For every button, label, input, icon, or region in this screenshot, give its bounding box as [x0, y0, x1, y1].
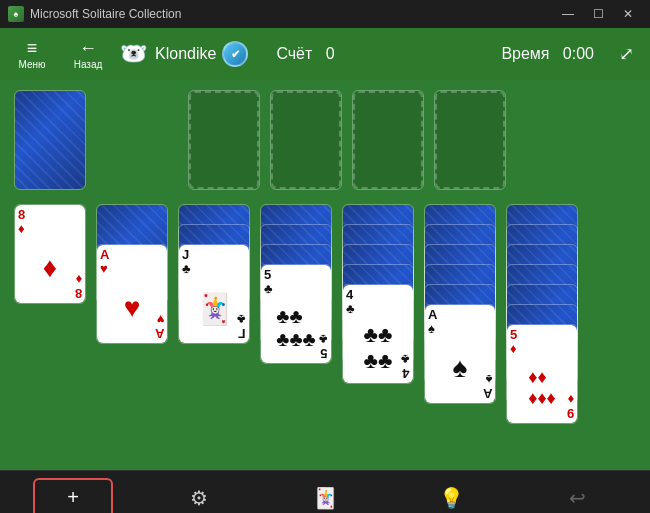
undo-icon: ↩ — [569, 486, 586, 510]
topbar: ≡ Меню ← Назад 🐻‍❄️ Klondike ✔ Счёт 0 Вр… — [0, 28, 650, 80]
time-display: Время 0:00 — [501, 45, 594, 63]
time-label: Время — [501, 45, 549, 62]
toolbar: + Новая игра ⚙ Параметры 🃏 Карты 💡 Подск… — [0, 470, 650, 513]
time-value: 0:00 — [563, 45, 594, 62]
minimize-button[interactable]: — — [554, 3, 582, 25]
back-icon: ← — [79, 38, 97, 60]
card-5d[interactable]: 5♦ ♦♦♦♦♦ 9♦ — [506, 324, 578, 424]
menu-label: Меню — [18, 59, 45, 70]
app-icon: ♠ — [8, 6, 24, 22]
score-display: Счёт 0 — [276, 45, 334, 63]
undo-button[interactable]: ↩ Отмена — [537, 480, 617, 514]
settings-icon: ⚙ — [190, 486, 208, 510]
tableau-col-6: A♠ ♠ A♠ — [424, 204, 496, 424]
game-logo-icon: 🐻‍❄️ — [120, 41, 147, 67]
close-button[interactable]: ✕ — [614, 3, 642, 25]
hamburger-icon: ≡ — [27, 38, 38, 60]
tableau-col-5: 4♣ ♣♣♣♣ 4♣ — [342, 204, 414, 424]
foundation-3[interactable] — [352, 90, 424, 190]
tableau-col-7: 5♦ ♦♦♦♦♦ 9♦ — [506, 204, 578, 424]
game-name-area: Klondike ✔ — [155, 41, 248, 67]
card-8d[interactable]: 8♦ ♦ 8♦ — [14, 204, 86, 304]
expand-button[interactable]: ⤢ — [610, 38, 642, 70]
card-4c[interactable]: 4♣ ♣♣♣♣ 4♣ — [342, 284, 414, 384]
card-jc[interactable]: J♣ 🃏 Г♣ — [178, 244, 250, 344]
card-5c[interactable]: 5♣ ♣♣♣♣♣ 5♣ — [260, 264, 332, 364]
new-game-button[interactable]: + Новая игра — [33, 478, 113, 513]
new-game-icon: + — [67, 486, 79, 509]
hint-button[interactable]: 💡 Подсказка — [411, 480, 491, 514]
score-value: 0 — [326, 45, 335, 62]
foundation-1[interactable] — [188, 90, 260, 190]
tableau-col-3: J♣ 🃏 Г♣ — [178, 204, 250, 424]
tableau: 8♦ ♦ 8♦ A♥ ♥ A♥ — [14, 204, 636, 424]
menu-button[interactable]: ≡ Меню — [8, 32, 56, 76]
stock-pile[interactable] — [14, 90, 86, 190]
card-as[interactable]: A♠ ♠ A♠ — [424, 304, 496, 404]
tableau-col-2: A♥ ♥ A♥ — [96, 204, 168, 424]
maximize-button[interactable]: ☐ — [584, 3, 612, 25]
tableau-col-4: 5♣ ♣♣♣♣♣ 5♣ — [260, 204, 332, 424]
cards-button[interactable]: 🃏 Карты — [285, 480, 365, 514]
settings-button[interactable]: ⚙ Параметры — [159, 480, 239, 514]
foundation-4[interactable] — [434, 90, 506, 190]
game-area: 8♦ ♦ 8♦ A♥ ♥ A♥ — [0, 80, 650, 470]
window-controls: — ☐ ✕ — [554, 3, 642, 25]
hint-icon: 💡 — [439, 486, 464, 510]
score-label: Счёт — [276, 45, 312, 62]
cards-icon: 🃏 — [313, 486, 338, 510]
titlebar-title: Microsoft Solitaire Collection — [30, 7, 554, 21]
game-name: Klondike — [155, 45, 216, 63]
tableau-col-1: 8♦ ♦ 8♦ — [14, 204, 86, 424]
back-label: Назад — [74, 59, 103, 70]
back-button[interactable]: ← Назад — [64, 32, 112, 76]
card-ah[interactable]: A♥ ♥ A♥ — [96, 244, 168, 344]
titlebar: ♠ Microsoft Solitaire Collection — ☐ ✕ — [0, 0, 650, 28]
game-badge: ✔ — [222, 41, 248, 67]
top-row — [14, 90, 636, 190]
foundation-2[interactable] — [270, 90, 342, 190]
